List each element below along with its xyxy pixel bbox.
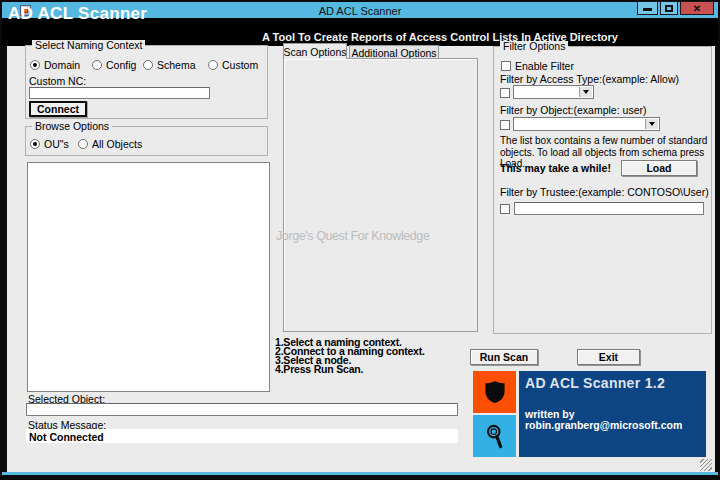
- radio-custom[interactable]: Custom: [208, 59, 258, 71]
- custom-nc-label: Custom NC:: [29, 75, 86, 87]
- radio-domain[interactable]: Domain: [30, 59, 80, 71]
- checkbox-object-filter[interactable]: [500, 120, 510, 130]
- checkbox-access-type[interactable]: [500, 88, 510, 98]
- radio-icon: [143, 60, 153, 70]
- branding-email: robin.granberg@microsoft.com: [525, 419, 682, 431]
- shield-icon: [481, 378, 509, 406]
- branding-banner: AD ACL Scanner 1.2 written by robin.gran…: [519, 371, 706, 457]
- radio-schema[interactable]: Schema: [143, 59, 196, 71]
- scan-options-tabpage: [283, 58, 478, 332]
- maximize-icon: [665, 5, 673, 12]
- radio-label: Custom: [222, 59, 258, 71]
- branding-title: AD ACL Scanner 1.2: [525, 375, 665, 391]
- group-legend: Browse Options: [32, 121, 112, 132]
- app-window: AD ACL Scanner ✕ AD ACL Scanner A Tool T…: [0, 0, 720, 480]
- close-button[interactable]: ✕: [680, 1, 714, 15]
- radio-icon: [78, 139, 88, 149]
- checkbox-label: Enable Filter: [515, 60, 574, 72]
- chevron-down-icon: [583, 90, 589, 94]
- custom-nc-input[interactable]: [29, 87, 210, 99]
- chevron-down-icon: [649, 122, 655, 126]
- access-type-label: Filter by Access Type:(example: Allow): [500, 73, 679, 85]
- magnifier-icon: [480, 421, 510, 451]
- tab-scan-options[interactable]: Scan Options: [283, 43, 347, 59]
- logo-cyan-tile: [473, 415, 516, 457]
- status-message-value: Not Connected: [29, 431, 104, 443]
- radio-all-objects-browse[interactable]: All Objects: [78, 138, 142, 150]
- radio-label: All Objects: [92, 138, 142, 150]
- radio-icon: [92, 60, 102, 70]
- resize-grip[interactable]: [700, 459, 712, 471]
- checkbox-icon: [500, 204, 510, 214]
- radio-icon: [30, 60, 40, 70]
- instruction-step-4: 4.Press Run Scan.: [275, 365, 363, 375]
- object-filter-label: Filter by Object:(example: user): [500, 104, 646, 116]
- checkbox-icon: [500, 120, 510, 130]
- radio-label: Domain: [44, 59, 80, 71]
- close-icon: ✕: [693, 3, 701, 14]
- radio-ous-browse[interactable]: OU"s: [30, 138, 69, 150]
- radio-label: OU"s: [44, 138, 69, 150]
- dropdown-button[interactable]: [579, 87, 592, 97]
- load-button[interactable]: Load: [621, 160, 697, 176]
- radio-label: Config: [106, 59, 136, 71]
- window-bottom-accent: [2, 472, 718, 475]
- trustee-filter-input[interactable]: [514, 202, 704, 215]
- radio-icon: [208, 60, 218, 70]
- app-title: AD ACL Scanner: [8, 4, 147, 24]
- dropdown-button[interactable]: [645, 119, 658, 129]
- run-scan-button[interactable]: Run Scan: [470, 349, 538, 365]
- tab-additional-options[interactable]: Additional Options: [349, 45, 439, 59]
- may-take-a-while-label: This may take a while!: [500, 162, 611, 174]
- minimize-button[interactable]: [637, 1, 658, 15]
- object-filter-combobox[interactable]: [513, 117, 660, 131]
- checkbox-trustee-filter[interactable]: [500, 204, 510, 214]
- selected-object-input[interactable]: [26, 403, 458, 416]
- maximize-button[interactable]: [660, 1, 678, 15]
- minimize-icon: [643, 8, 652, 11]
- logo-orange-tile: [473, 371, 516, 413]
- checkbox-enable-filter[interactable]: Enable Filter: [501, 60, 574, 72]
- checkbox-icon: [501, 61, 511, 71]
- access-type-combobox[interactable]: [513, 85, 594, 99]
- radio-icon: [30, 139, 40, 149]
- connect-button[interactable]: Connect: [29, 101, 87, 117]
- checkbox-icon: [500, 88, 510, 98]
- app-subtitle: A Tool To Create Reports of Access Contr…: [170, 31, 710, 43]
- radio-config[interactable]: Config: [92, 59, 136, 71]
- trustee-filter-label: Filter by Trustee:(example: CONTOSO\User…: [500, 186, 709, 198]
- radio-label: Schema: [157, 59, 196, 71]
- exit-button[interactable]: Exit: [577, 349, 640, 365]
- group-legend: Select Naming Context: [32, 40, 145, 51]
- directory-treeview[interactable]: [27, 162, 270, 392]
